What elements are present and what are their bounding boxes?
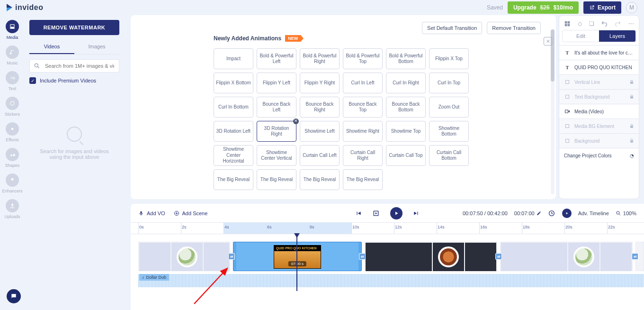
animation-cell[interactable]: Zoom Out (429, 97, 469, 118)
animation-cell[interactable]: Curl In Top (429, 73, 469, 93)
animation-cell[interactable]: Curtain Call Top (386, 145, 426, 166)
svg-point-12 (617, 211, 619, 214)
transition-node[interactable]: ⇄ (228, 253, 235, 260)
more-icon[interactable]: ⋯ (628, 20, 634, 27)
chat-fab[interactable] (7, 289, 21, 303)
animation-cell[interactable]: Flippin X Top (429, 48, 469, 69)
svg-rect-7 (566, 125, 569, 128)
diamond-icon[interactable]: ◇ (578, 20, 582, 27)
timeline-ruler[interactable]: 0s2s4s6s8s10s12s14s16s18s20s22s (131, 223, 644, 234)
timeline-tracks[interactable]: QUID PRO QUO KITCHEN 07:00 s ⇄ ⇄ ⇄ ⇄ ♪ D… (131, 234, 644, 291)
search-input[interactable] (44, 63, 115, 69)
animation-cell[interactable]: Showtime Top (386, 121, 426, 142)
animation-cell[interactable]: The Big Reveal (343, 169, 383, 190)
play-button[interactable] (390, 207, 402, 219)
media-search[interactable] (29, 59, 119, 73)
clip-thumb (501, 243, 567, 271)
tab-layers[interactable]: Layers (599, 30, 635, 42)
animation-cell[interactable]: Showtime Center Horizontal (214, 145, 253, 166)
rail-media[interactable]: Media (6, 20, 19, 40)
skip-back-icon[interactable] (355, 210, 362, 217)
change-project-colors[interactable]: Change Project Colors ◔ (559, 148, 639, 163)
stop-icon[interactable] (372, 210, 380, 217)
animation-cell[interactable]: Showtime Center Vertical (257, 145, 296, 166)
animation-cell[interactable]: The Big Reveal (257, 169, 296, 190)
animation-cell[interactable]: Curl In Right (386, 73, 426, 93)
animation-cell[interactable]: Bounce Back Left (257, 97, 296, 118)
redo-icon[interactable] (615, 20, 621, 27)
animation-cell[interactable]: Bounce Back Right (300, 97, 340, 118)
remove-watermark-button[interactable]: REMOVE WATERMARK (29, 20, 119, 35)
clip-prev[interactable] (138, 242, 230, 271)
transition-node[interactable]: ⇄ (632, 253, 638, 260)
animation-cell[interactable]: Curtain Call Right (343, 145, 383, 166)
animation-cell[interactable]: Bold & Powerful Top (343, 48, 383, 69)
lock-icon (629, 80, 634, 84)
animation-cell[interactable]: Impact (214, 48, 253, 69)
animation-cell[interactable]: Bold & Powerful Right (300, 48, 340, 69)
transition-node[interactable]: ⇄ (495, 253, 502, 260)
animation-cell[interactable]: Bold & Powerful Bottom (386, 48, 426, 69)
rail-enhancers[interactable]: Enhancers (2, 173, 22, 193)
animation-cell[interactable]: Curl In Bottom (214, 97, 253, 118)
user-avatar[interactable]: M (626, 2, 637, 13)
playhead[interactable] (296, 234, 297, 291)
timeline-toolbar: Add VO Add Scene 00:07:50 / 00:42:00 00:… (131, 204, 644, 223)
subtab-images[interactable]: Images (74, 40, 119, 54)
animation-cell[interactable]: The Big Reveal (300, 169, 340, 190)
animation-cell[interactable]: Showtime Right (343, 121, 383, 142)
layer-row[interactable]: TQUID PRO QUO KITCHEN (559, 60, 639, 74)
layer-label: Background (574, 138, 599, 144)
animation-cell[interactable]: Bold & Powerful Left (257, 48, 296, 69)
rail-uploads[interactable]: Uploads (4, 199, 20, 219)
zoom-control[interactable]: 100% (616, 210, 636, 216)
animation-cell[interactable]: Bounce Back Bottom (386, 97, 426, 118)
clip-thumb (433, 243, 464, 271)
rail-stickers[interactable]: Stickers (5, 97, 20, 117)
layer-row[interactable]: Media (Video) (559, 104, 639, 119)
animation-cell[interactable]: Showtime Left (300, 121, 340, 142)
animation-cell[interactable]: Curl In Left (343, 73, 383, 93)
layer-row[interactable]: TIt's all about the love for co... (559, 45, 639, 60)
animation-cell[interactable]: The Big Reveal (214, 169, 253, 190)
add-vo-button[interactable]: Add VO (138, 210, 165, 216)
time-edit[interactable]: 00:07:00 (514, 210, 541, 216)
history-icon[interactable] (548, 210, 555, 217)
export-button[interactable]: Export (583, 1, 621, 14)
stack-icon[interactable]: ❏ (589, 20, 594, 27)
tab-edit[interactable]: Edit (563, 30, 599, 42)
selected-clip[interactable]: QUID PRO QUO KITCHEN 07:00 s (233, 242, 362, 271)
grid-icon[interactable] (564, 20, 571, 27)
clip-3[interactable] (500, 242, 633, 271)
magnifier-icon (67, 127, 82, 142)
animation-cell[interactable]: 3D Rotation Left (214, 121, 253, 142)
audio-label[interactable]: ♪ Dollar Dub (139, 274, 169, 281)
clip-next[interactable] (365, 242, 497, 271)
add-scene-button[interactable]: Add Scene (174, 210, 208, 216)
animation-cell[interactable]: Bounce Back Top (343, 97, 383, 118)
brand-logo[interactable]: invideo (7, 3, 44, 12)
subtab-videos[interactable]: Videos (29, 40, 74, 54)
animation-cell[interactable]: Curtain Call Bottom (429, 145, 469, 166)
transition-node[interactable]: ⇄ (359, 253, 366, 260)
animation-cell[interactable]: Flippin X Bottom (214, 73, 253, 93)
skip-forward-icon[interactable] (413, 210, 420, 217)
animation-cell[interactable]: Flippin Y Right (300, 73, 340, 93)
animation-cell[interactable]: Flippin Y Left (257, 73, 296, 93)
clear-selection-icon[interactable]: ✕ (293, 119, 299, 124)
media-subtabs: Videos Images (29, 40, 119, 55)
undo-icon[interactable] (601, 20, 608, 27)
right-tabs: Edit Layers (562, 30, 636, 42)
adv-timeline-link[interactable]: Adv. Timeline (578, 210, 609, 216)
preview-play-button[interactable] (562, 209, 572, 218)
rail-music[interactable]: Music (6, 46, 19, 65)
rail-text[interactable]: AaText (6, 71, 19, 91)
upgrade-button[interactable]: Upgrade $25 $10/mo (508, 1, 579, 14)
audio-track[interactable] (131, 274, 644, 287)
animation-cell[interactable]: Showtime Bottom (429, 121, 469, 142)
include-premium-toggle[interactable]: ✓ Include Premium Videos (29, 77, 119, 84)
rail-shapes[interactable]: Shapes (5, 148, 20, 168)
animation-cell[interactable]: 3D Rotation Right✕ (257, 121, 296, 142)
rail-effects[interactable]: Effects (6, 122, 19, 142)
animation-cell[interactable]: Curtain Call Left (300, 145, 340, 166)
